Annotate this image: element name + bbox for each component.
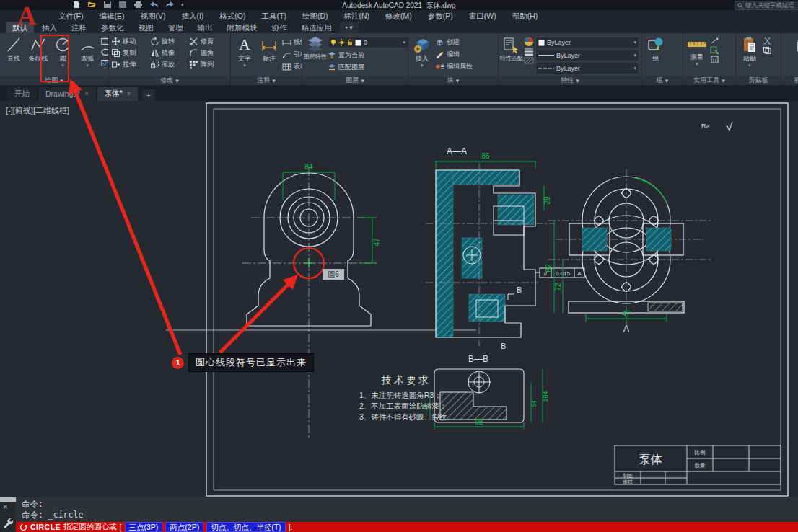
- cut-icon[interactable]: [763, 37, 772, 45]
- table-button[interactable]: 表格: [282, 61, 302, 72]
- line-button[interactable]: 直线: [2, 35, 25, 76]
- dimension-button[interactable]: 标注: [258, 35, 281, 76]
- copy-clip-icon[interactable]: [763, 46, 772, 54]
- match-properties-button[interactable]: 特性匹配: [501, 35, 522, 76]
- file-tab-start[interactable]: 开始: [7, 87, 37, 101]
- make-current-button[interactable]: 置为当前: [328, 50, 408, 61]
- new-tab-button[interactable]: +: [142, 89, 155, 101]
- svg-text:3、铸件不得有砂眼、裂纹。: 3、铸件不得有砂眼、裂纹。: [359, 412, 455, 421]
- move-button[interactable]: 移动: [111, 36, 147, 47]
- panel-label-view[interactable]: 视图▾ ·: [781, 76, 798, 85]
- menu-modify[interactable]: 修改(M): [377, 10, 420, 22]
- quick-select-icon[interactable]: [710, 46, 719, 54]
- ribbon-tab-featured[interactable]: 精选应用: [295, 22, 338, 33]
- measure-button[interactable]: 测量▾: [685, 35, 709, 76]
- color-dropdown[interactable]: ByLayer▾: [535, 37, 639, 48]
- match-layer-button[interactable]: 匹配图层: [328, 62, 408, 73]
- panel-label-groups[interactable]: 组▾: [642, 76, 683, 85]
- edit-attributes-button[interactable]: 编辑属性: [435, 61, 473, 72]
- autocad-logo[interactable]: A: [10, 0, 43, 32]
- option-2p[interactable]: 两点(2P): [165, 522, 203, 532]
- menu-tools[interactable]: 工具(T): [254, 10, 294, 22]
- linear-dim-button[interactable]: 线性: [282, 37, 302, 48]
- close-tab-icon[interactable]: ×: [127, 90, 131, 97]
- tech-requirements: 技术要求 1、未注明铸造圆角R3； 2、不加工表面涂防锈漆； 3、铸件不得有砂眼…: [359, 374, 455, 421]
- group-button[interactable]: 组: [644, 35, 667, 76]
- command-prompt[interactable]: CIRCLE 指定圆的圆心或 [ 三点(3P) 两点(2P) 切点、切点、半径(…: [16, 522, 798, 532]
- rectangle-icon[interactable]: [100, 37, 108, 46]
- menu-parametric[interactable]: 参数(P): [420, 10, 461, 22]
- panel-label-block[interactable]: 块▾: [408, 76, 498, 85]
- rotate-button[interactable]: 旋转: [150, 36, 186, 47]
- file-tab-pump-body[interactable]: 泵体*×: [97, 87, 138, 101]
- text-button[interactable]: A 文字▾: [233, 35, 256, 76]
- insert-block-button[interactable]: 插入▾: [411, 35, 434, 76]
- create-block-button[interactable]: 创建: [435, 37, 473, 48]
- panel-label-modify[interactable]: 修改▾: [109, 76, 230, 85]
- plot-icon[interactable]: [133, 1, 143, 9]
- layer-dropdown[interactable]: 0 ▾: [328, 37, 408, 48]
- menu-format[interactable]: 格式(O): [211, 10, 253, 22]
- copy-button[interactable]: 复制: [111, 48, 147, 58]
- id-point-icon[interactable]: [710, 37, 719, 45]
- save-as-icon[interactable]: [118, 1, 127, 9]
- menu-edit[interactable]: 编辑(E): [91, 10, 132, 22]
- color-wheel-icon[interactable]: [524, 37, 534, 47]
- trim-button[interactable]: 修剪: [189, 36, 221, 47]
- hatch-icon[interactable]: [100, 58, 108, 68]
- undo-icon[interactable]: [149, 1, 159, 9]
- menu-draw[interactable]: 绘图(D): [294, 10, 336, 22]
- command-close-icon[interactable]: ×: [3, 503, 7, 511]
- stretch-button[interactable]: 拉伸: [111, 59, 147, 70]
- close-tab-icon[interactable]: ×: [84, 90, 88, 97]
- linetype-dropdown[interactable]: ByLayer▾: [535, 63, 639, 74]
- ribbon-tab-manage[interactable]: 管理: [162, 22, 190, 33]
- menu-view[interactable]: 视图(V): [132, 10, 173, 22]
- panel-label-utilities[interactable]: 实用工具▾: [683, 76, 735, 85]
- lineweight-icon[interactable]: [524, 48, 534, 56]
- quick-calc-icon[interactable]: [710, 56, 719, 63]
- menu-help[interactable]: 帮助(H): [504, 10, 546, 22]
- option-3p[interactable]: 三点(3P): [125, 522, 163, 532]
- search-box[interactable]: 键入关键字或短语: [735, 1, 798, 10]
- transparency-icon[interactable]: [524, 57, 534, 64]
- edit-block-button[interactable]: 编辑: [435, 49, 473, 60]
- new-file-icon[interactable]: [72, 1, 81, 9]
- redo-icon[interactable]: [165, 1, 175, 9]
- base-view-button[interactable]: 基点▾: [791, 35, 798, 76]
- panel-label-annotation[interactable]: 注释▾: [231, 76, 302, 85]
- open-file-icon[interactable]: [87, 1, 97, 9]
- menu-file[interactable]: 文件(F): [51, 10, 91, 22]
- ribbon-tab-parametric[interactable]: 参数化: [95, 22, 131, 33]
- mirror-button[interactable]: 镜像: [150, 48, 186, 58]
- file-tab-drawing1[interactable]: Drawing1*×: [38, 87, 96, 101]
- layer-properties-button[interactable]: 图层特性: [304, 35, 326, 76]
- command-history[interactable]: 命令: 命令: _circle: [16, 497, 798, 522]
- panel-label-clipboard[interactable]: 剪贴板: [736, 76, 781, 85]
- lineweight-dropdown[interactable]: ByLayer▾: [535, 50, 639, 61]
- ribbon-tab-addins[interactable]: 附加模块: [221, 22, 264, 33]
- fillet-button[interactable]: 圆角: [189, 48, 221, 58]
- viewport-controls[interactable]: [-][俯视][二维线框]: [6, 105, 69, 116]
- ribbon-tab-view[interactable]: 视图: [132, 22, 160, 33]
- ribbon-tab-options-icon[interactable]: ▪ ▾: [340, 22, 359, 33]
- ribbon-tab-annotate[interactable]: 注释: [65, 22, 93, 33]
- scale-button[interactable]: 缩放: [150, 59, 186, 70]
- panel-label-layers[interactable]: 图层▾: [302, 76, 408, 85]
- panel-label-properties[interactable]: 特性▾: [499, 76, 641, 85]
- menu-insert[interactable]: 插入(I): [173, 10, 211, 22]
- menu-window[interactable]: 窗口(W): [461, 10, 504, 22]
- leader-button[interactable]: 引线: [282, 49, 302, 60]
- drawing-canvas[interactable]: Ra √ 圆6 84 47 A—A: [0, 101, 798, 497]
- array-button[interactable]: 阵列: [189, 59, 221, 70]
- customize-wrench-icon[interactable]: [2, 517, 14, 530]
- menu-dimension[interactable]: 标注(N): [336, 10, 378, 22]
- ribbon-tab-collaborate[interactable]: 协作: [266, 22, 294, 33]
- qat-dropdown-icon[interactable]: ▾: [181, 2, 184, 8]
- paste-button[interactable]: 粘贴▾: [738, 35, 761, 76]
- option-ttr[interactable]: 切点、切点、半径(T): [206, 522, 285, 532]
- ribbon-tab-output[interactable]: 输出: [191, 22, 219, 33]
- ellipse-icon[interactable]: [100, 48, 108, 57]
- save-icon[interactable]: [103, 1, 112, 9]
- arc-button[interactable]: 圆弧 ▾: [76, 35, 99, 76]
